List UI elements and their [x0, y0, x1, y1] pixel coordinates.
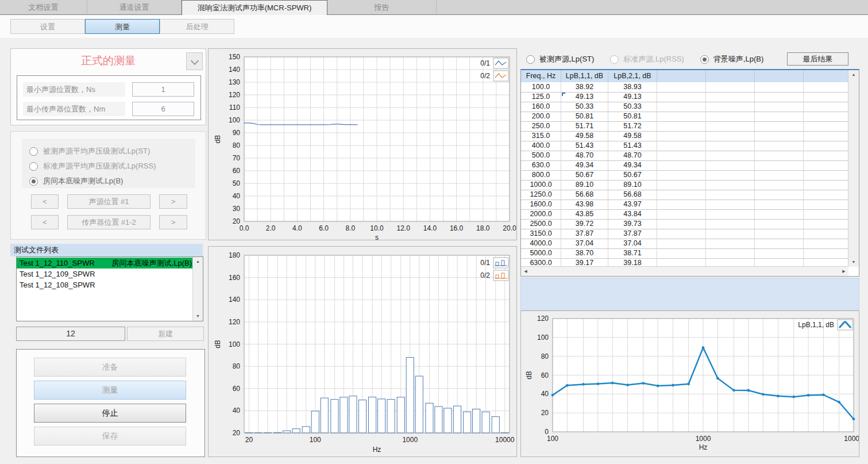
table-cell[interactable]	[706, 180, 755, 190]
table-cell[interactable]: 500.0	[521, 151, 561, 161]
table-row[interactable]: 1000.089.1089.10	[521, 180, 848, 190]
table-cell[interactable]: 315.0	[521, 131, 561, 141]
table-cell[interactable]	[804, 160, 848, 171]
table-cell[interactable]: 50.33	[608, 102, 657, 112]
final-result-button[interactable]: 最后结果	[787, 52, 848, 66]
table-cell[interactable]: 6300.0	[521, 258, 561, 267]
table-cell[interactable]: 51.43	[561, 141, 608, 151]
measurement-mode-dropdown-button[interactable]	[186, 52, 203, 70]
table-cell[interactable]	[755, 180, 804, 190]
tab-report[interactable]: 报告	[327, 0, 437, 14]
table-row[interactable]: 160.050.3350.33	[521, 102, 848, 112]
table-row[interactable]: 1250.056.6856.68	[521, 190, 848, 200]
table-cell[interactable]	[706, 229, 755, 239]
table-row[interactable]: 200.050.8150.81	[521, 112, 848, 121]
table-cell[interactable]: 39.73	[608, 219, 657, 229]
table-cell[interactable]	[755, 170, 804, 181]
table-cell[interactable]: 89.10	[561, 180, 608, 190]
table-cell[interactable]	[706, 209, 755, 220]
new-file-button[interactable]: 新建	[127, 327, 204, 341]
source-next-button[interactable]: >	[159, 194, 187, 209]
table-row[interactable]: 500.048.7048.70	[521, 151, 848, 160]
table-cell[interactable]	[657, 112, 706, 122]
table-cell[interactable]: 800.0	[521, 170, 561, 181]
table-cell[interactable]	[706, 102, 755, 112]
nm-field[interactable]: 6	[132, 102, 194, 116]
table-cell[interactable]: 3150.0	[521, 229, 561, 239]
legend-item[interactable]: 0/2	[480, 71, 508, 81]
table-cell[interactable]: 43.85	[561, 209, 608, 220]
table-cell[interactable]	[657, 258, 706, 267]
table-cell[interactable]	[804, 112, 848, 122]
table-cell[interactable]	[755, 229, 804, 239]
scroll-up-icon[interactable]: ▲	[848, 70, 859, 79]
source-position-button[interactable]: 声源位置 #1	[67, 194, 151, 209]
table-cell[interactable]: 37.87	[608, 229, 657, 239]
table-cell[interactable]: 51.72	[608, 121, 657, 132]
tab-document-settings[interactable]: 文档设置	[0, 0, 87, 14]
table-cell[interactable]	[755, 82, 804, 93]
radio-icon[interactable]	[610, 55, 619, 64]
scroll-down-icon[interactable]: ▼	[193, 312, 203, 321]
file-list-scrollbar[interactable]: ▲ ▼	[192, 257, 203, 321]
table-row[interactable]: 3150.037.8737.87	[521, 229, 848, 239]
table-cell[interactable]	[657, 180, 706, 190]
table-cell[interactable]	[804, 190, 848, 200]
table-row[interactable]: 400.051.4351.43	[521, 141, 848, 151]
table-cell[interactable]: 1600.0	[521, 200, 561, 210]
table-cell[interactable]	[804, 131, 848, 141]
list-item[interactable]: Test 1_12_109_SPWR	[17, 269, 193, 279]
table-cell[interactable]: 2500.0	[521, 219, 561, 229]
list-item[interactable]: Test 1_12_108_SPWR	[17, 279, 193, 290]
table-cell[interactable]	[657, 200, 706, 210]
scroll-right-icon[interactable]: ▶	[839, 267, 848, 276]
table-cell[interactable]	[657, 239, 706, 249]
table-cell[interactable]	[706, 82, 755, 93]
table-cell[interactable]: 37.04	[561, 239, 608, 249]
legend-item[interactable]: 0/1	[480, 58, 508, 68]
radio-icon[interactable]	[29, 177, 38, 186]
table-cell[interactable]: 160.0	[521, 102, 561, 112]
prepare-button[interactable]: 准备	[34, 358, 186, 377]
table-cell[interactable]	[804, 180, 848, 190]
table-cell[interactable]: 630.0	[521, 160, 561, 171]
table-cell[interactable]: 49.13	[608, 92, 657, 102]
table-hscrollbar[interactable]: ◀ ▶	[521, 266, 848, 276]
table-cell[interactable]	[755, 239, 804, 249]
table-cell[interactable]	[804, 141, 848, 151]
legend-item[interactable]: 0/1	[480, 258, 508, 268]
table-cell[interactable]	[657, 102, 706, 112]
table-cell[interactable]	[755, 160, 804, 171]
table-cell[interactable]: 38.70	[561, 248, 608, 259]
table-cell[interactable]: 49.34	[608, 160, 657, 171]
scroll-up-icon[interactable]: ▲	[193, 257, 203, 266]
table-cell[interactable]	[755, 219, 804, 229]
table-cell[interactable]	[657, 82, 706, 93]
table-cell[interactable]: 43.98	[561, 200, 608, 210]
table-cell[interactable]	[755, 131, 804, 141]
table-row[interactable]: 250.051.7151.72	[521, 121, 848, 131]
table-cell[interactable]: 39.72	[561, 219, 608, 229]
table-cell[interactable]: 48.70	[561, 151, 608, 161]
radio-icon[interactable]	[526, 55, 535, 64]
table-cell[interactable]: 48.70	[608, 151, 657, 161]
table-cell[interactable]	[755, 258, 804, 267]
table-cell[interactable]	[657, 121, 706, 132]
table-cell[interactable]: 50.67	[561, 170, 608, 181]
table-cell[interactable]	[706, 151, 755, 161]
table-cell[interactable]	[657, 229, 706, 239]
legend-item[interactable]: LpB,1,1, dB	[798, 320, 852, 330]
table-cell[interactable]	[804, 248, 848, 259]
table-cell[interactable]: 38.93	[608, 82, 657, 93]
mic-next-button[interactable]: >	[159, 215, 187, 229]
table-cell[interactable]	[804, 92, 848, 102]
table-cell[interactable]	[755, 190, 804, 200]
measure-button[interactable]: 测量	[34, 381, 186, 400]
table-cell[interactable]	[755, 112, 804, 122]
table-cell[interactable]	[657, 160, 706, 171]
table-cell[interactable]: 38.92	[561, 82, 608, 93]
table-cell[interactable]	[804, 258, 848, 267]
table-cell[interactable]	[706, 239, 755, 249]
table-cell[interactable]	[706, 258, 755, 267]
table-cell[interactable]	[804, 239, 848, 249]
